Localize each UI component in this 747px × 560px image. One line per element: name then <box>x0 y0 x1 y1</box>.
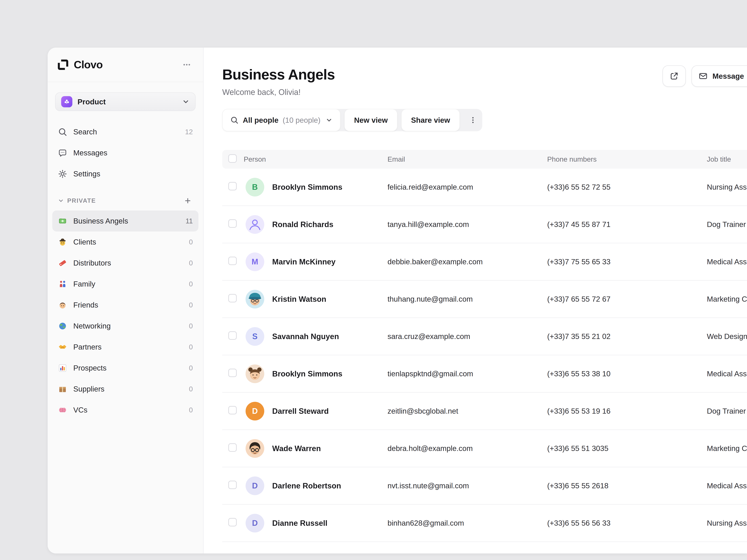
phone-cell: (+33)7 35 55 21 02 <box>547 332 707 341</box>
table-row[interactable]: DDarrell Stewardzeitlin@sbcglobal.net(+3… <box>222 393 747 430</box>
phone-cell: (+33)7 65 55 72 67 <box>547 295 707 303</box>
sidebar-item-settings[interactable]: Settings <box>52 163 199 184</box>
sidebar-item-friends[interactable]: Friends0 <box>52 294 199 316</box>
memoji-avatar <box>246 439 264 458</box>
table-body: BBrooklyn Simmonsfelicia.reid@example.co… <box>222 169 747 542</box>
people-table: PersonEmailPhone numbersJob title BBrook… <box>222 150 747 542</box>
email-cell: sara.cruz@example.com <box>387 332 547 341</box>
sidebar-item-count: 0 <box>189 364 193 372</box>
email-cell: tienlapspktnd@gmail.com <box>387 369 547 378</box>
sidebar-item-messages[interactable]: Messages <box>52 142 199 163</box>
email-cell: zeitlin@sbcglobal.net <box>387 407 547 415</box>
sidebar-item-family[interactable]: Family0 <box>52 273 199 294</box>
person-name: Savannah Nguyen <box>272 332 339 341</box>
sidebar-item-label: Prospects <box>73 364 183 372</box>
add-list-button[interactable] <box>183 195 193 206</box>
row-checkbox[interactable] <box>228 294 237 302</box>
table-row[interactable]: DDarlene Robertsonnvt.isst.nute@gmail.co… <box>222 467 747 505</box>
message-button[interactable]: Message <box>691 65 747 87</box>
table-row[interactable]: SSavannah Nguyensara.cruz@example.com(+3… <box>222 318 747 355</box>
phone-cell: (+33)7 45 55 87 71 <box>547 220 707 229</box>
workspace-switcher[interactable]: Product <box>55 92 196 111</box>
person-cell: DDianne Russell <box>244 514 387 532</box>
table-row[interactable]: DDianne Russellbinhan628@gmail.com(+33)6… <box>222 505 747 542</box>
row-checkbox[interactable] <box>228 219 237 228</box>
sidebar-item-suppliers[interactable]: Suppliers0 <box>52 378 199 399</box>
sidebar-item-count: 0 <box>189 280 193 288</box>
sidebar-item-label: Suppliers <box>73 385 183 393</box>
person-cell: DDarlene Robertson <box>244 477 387 495</box>
column-header-phone-numbers: Phone numbers <box>547 155 707 163</box>
chevron-down-icon[interactable] <box>58 198 64 204</box>
sidebar-item-business-angels[interactable]: Business Angels11 <box>52 211 199 232</box>
plus-icon <box>184 197 191 204</box>
row-select-cell <box>222 481 244 491</box>
sidebar-item-label: Distributors <box>73 259 183 267</box>
table-row[interactable]: BBrooklyn Simmonsfelicia.reid@example.co… <box>222 169 747 206</box>
handshake-icon <box>58 342 67 352</box>
table-row[interactable]: Wade Warrendebra.holt@example.com(+33)6 … <box>222 430 747 467</box>
sidebar-item-label: VCs <box>73 406 183 414</box>
job-title-cell: Marketing Coordinator <box>707 295 747 303</box>
email-cell: tanya.hill@example.com <box>387 220 547 229</box>
person-cell: Ronald Richards <box>244 215 387 234</box>
search-icon <box>230 116 238 124</box>
share-button[interactable] <box>663 65 686 87</box>
share-view-button[interactable]: Share view <box>401 109 460 131</box>
chevron-down-icon <box>182 98 189 105</box>
row-checkbox[interactable] <box>228 369 237 377</box>
client-icon <box>58 237 67 247</box>
sidebar-menu-button[interactable] <box>180 58 194 72</box>
row-checkbox[interactable] <box>228 481 237 489</box>
search-icon <box>58 127 67 137</box>
avatar: B <box>246 178 264 196</box>
job-title-cell: Marketing Coordinator <box>707 444 747 453</box>
sidebar-item-partners[interactable]: Partners0 <box>52 337 199 357</box>
main-content: Business Angels Welcome back, Olivia! Me… <box>204 48 747 554</box>
filter-label: All people <box>243 116 278 125</box>
row-checkbox[interactable] <box>228 182 237 190</box>
money-icon <box>58 216 67 226</box>
row-checkbox[interactable] <box>228 406 237 415</box>
private-section-header: PRIVATE <box>48 184 203 211</box>
email-cell: debbie.baker@example.com <box>387 258 547 266</box>
row-checkbox[interactable] <box>228 331 237 340</box>
select-all-checkbox[interactable] <box>228 154 237 163</box>
person-cell: SSavannah Nguyen <box>244 327 387 346</box>
sidebar-item-count: 0 <box>189 343 193 351</box>
table-row[interactable]: MMarvin McKinneydebbie.baker@example.com… <box>222 243 747 281</box>
row-select-cell <box>222 182 244 192</box>
sidebar-item-vcs[interactable]: VCs0 <box>52 399 199 421</box>
job-title-cell: Dog Trainer <box>707 407 747 415</box>
job-title-cell: Nursing Assistant <box>707 519 747 527</box>
table-row[interactable]: Kristin Watsonthuhang.nute@gmail.com(+33… <box>222 281 747 318</box>
sidebar-item-networking[interactable]: Networking0 <box>52 316 199 337</box>
email-cell: binhan628@gmail.com <box>387 519 547 527</box>
sidebar-item-label: Settings <box>73 169 187 178</box>
sidebar-item-distributors[interactable]: Distributors0 <box>52 252 199 273</box>
tag-icon <box>58 258 67 268</box>
sidebar-item-prospects[interactable]: Prospects0 <box>52 357 199 378</box>
people-filter-dropdown[interactable]: All people (10 people) <box>222 109 340 131</box>
sidebar: Clovo Product Search12MessagesSettings <box>48 48 204 554</box>
avatar: D <box>246 402 264 421</box>
sidebar-item-clients[interactable]: Clients0 <box>52 232 199 252</box>
sidebar-item-search[interactable]: Search12 <box>52 121 199 142</box>
person-name: Kristin Watson <box>272 295 326 303</box>
table-row[interactable]: Brooklyn Simmonstienlapspktnd@gmail.com(… <box>222 355 747 393</box>
row-checkbox[interactable] <box>228 257 237 265</box>
person-avatar-icon <box>246 215 264 234</box>
row-checkbox[interactable] <box>228 518 237 526</box>
sidebar-item-label: Friends <box>73 301 183 309</box>
phone-cell: (+33)6 55 56 56 33 <box>547 519 707 527</box>
row-checkbox[interactable] <box>228 443 237 452</box>
person-cell: MMarvin McKinney <box>244 252 387 271</box>
settings-icon <box>58 169 67 179</box>
desktop: Clovo Product Search12MessagesSettings <box>0 0 747 560</box>
message-button-label: Message <box>713 72 744 80</box>
more-options-button[interactable] <box>464 109 482 131</box>
new-view-button[interactable]: New view <box>344 109 397 131</box>
workspace-label: Product <box>77 98 177 106</box>
memoji-avatar <box>246 290 264 309</box>
table-row[interactable]: Ronald Richardstanya.hill@example.com(+3… <box>222 206 747 243</box>
